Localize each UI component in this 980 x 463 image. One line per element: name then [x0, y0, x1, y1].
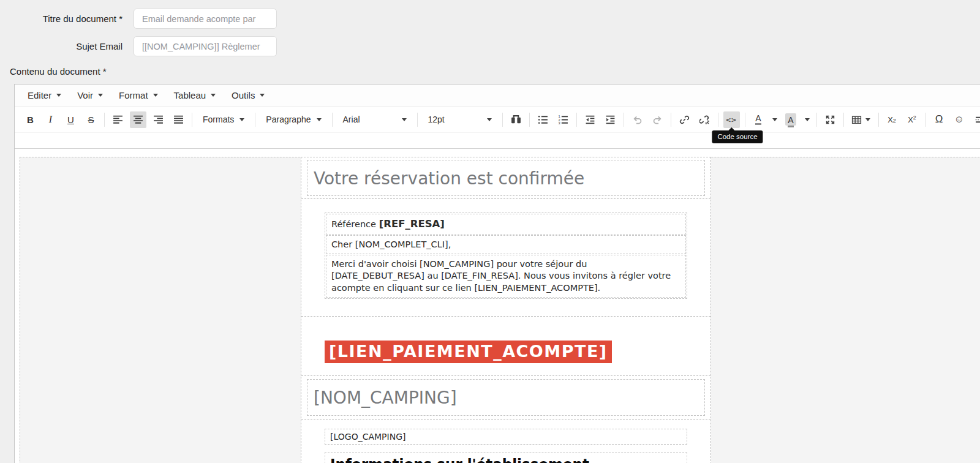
align-left-button[interactable]: [110, 111, 126, 128]
email-message-row: Référence [REF_RESA] Cher [NOM_COMPLET_C…: [301, 199, 710, 316]
payment-link-banner[interactable]: [LIEN_PAIEMENT_ACOMPTE]: [325, 341, 612, 364]
font-family-dropdown[interactable]: Arial: [337, 115, 412, 124]
menu-table[interactable]: Tableau: [166, 86, 224, 105]
establishment-info-heading[interactable]: Informations sur l'établissement: [325, 452, 687, 463]
source-code-button[interactable]: <> Code source: [723, 111, 740, 128]
bullet-list-button[interactable]: [535, 111, 551, 128]
toolbar-separator: [576, 113, 577, 127]
formats-dropdown[interactable]: Formats: [197, 115, 250, 124]
unlink-icon: [699, 115, 710, 125]
bold-button[interactable]: B: [22, 111, 39, 128]
menu-format[interactable]: Format: [111, 86, 166, 105]
editor-content-area[interactable]: Votre réservation est confirmée Référenc…: [15, 148, 980, 463]
search-replace-icon: [511, 115, 521, 125]
page-break-icon: [974, 115, 980, 125]
menu-edit[interactable]: Editer: [20, 86, 69, 105]
italic-icon: I: [49, 114, 52, 125]
text-color-caret-button[interactable]: [771, 111, 779, 128]
camping-name-heading[interactable]: [NOM_CAMPING]: [307, 379, 705, 415]
special-char-button[interactable]: Ω: [931, 111, 948, 128]
fullscreen-button[interactable]: [822, 111, 839, 128]
greeting-paragraph[interactable]: Cher [NOM_COMPLET_CLI],: [326, 235, 686, 254]
background-color-caret-button[interactable]: [803, 111, 812, 128]
background-color-icon: A: [788, 115, 793, 127]
align-center-icon: [133, 115, 143, 125]
toolbar-separator: [332, 113, 333, 127]
email-title-heading[interactable]: Votre réservation est confirmée: [307, 160, 705, 196]
toolbar-separator: [878, 113, 879, 127]
outdent-button[interactable]: [582, 111, 598, 128]
chevron-down-icon: [153, 94, 158, 99]
subject-field-row: Sujet Email: [0, 36, 277, 56]
toolbar-separator: [843, 113, 844, 127]
search-replace-button[interactable]: [508, 111, 524, 128]
chevron-down-icon: [239, 118, 244, 124]
omega-icon: Ω: [935, 113, 943, 126]
superscript-icon: X2: [908, 115, 916, 124]
title-input[interactable]: [134, 9, 277, 29]
emoticons-button[interactable]: ☺: [951, 111, 968, 128]
code-source-tooltip: Code source: [712, 130, 763, 143]
email-template-column[interactable]: Votre réservation est confirmée Référenc…: [301, 157, 711, 463]
page-break-button[interactable]: [971, 111, 980, 128]
background-color-button[interactable]: A: [783, 111, 799, 128]
text-color-button[interactable]: A: [750, 111, 767, 128]
menu-tools[interactable]: Outils: [224, 86, 273, 105]
align-left-icon: [113, 115, 123, 125]
insert-link-button[interactable]: [676, 111, 693, 128]
numbered-list-icon: 123: [558, 115, 568, 125]
align-right-button[interactable]: [150, 111, 167, 128]
payment-link-row: [LIEN_PAIEMENT_ACOMPTE]: [301, 317, 710, 377]
toolbar-row-1: B I U S Formats Paragraphe Arial 12pt 12…: [15, 107, 980, 133]
chevron-down-icon: [487, 118, 492, 124]
subscript-icon: X2: [888, 115, 896, 124]
chevron-down-icon: [805, 118, 810, 124]
camping-name-row: [NOM_CAMPING]: [301, 376, 710, 419]
toolbar-separator: [718, 113, 718, 127]
strikethrough-button[interactable]: S: [83, 111, 99, 128]
italic-button[interactable]: I: [42, 111, 59, 128]
superscript-button[interactable]: X2: [904, 111, 921, 128]
fullscreen-icon: [825, 115, 835, 125]
remove-link-button[interactable]: [696, 111, 713, 128]
outdent-icon: [585, 115, 595, 125]
justify-button[interactable]: [170, 111, 187, 128]
font-size-dropdown[interactable]: 12pt: [423, 115, 497, 124]
toolbar-separator: [104, 113, 105, 127]
logo-placeholder[interactable]: [LOGO_CAMPING]: [325, 429, 687, 445]
content-label: Contenu du document *: [10, 66, 107, 77]
chevron-down-icon: [56, 94, 61, 99]
toolbar-separator: [745, 113, 745, 127]
title-label: Titre du document *: [0, 13, 134, 24]
text-color-icon: A: [755, 114, 761, 125]
redo-icon: [652, 115, 663, 125]
establishment-row: [LOGO_CAMPING] Informations sur l'établi…: [301, 420, 710, 463]
menu-view[interactable]: Voir: [69, 86, 111, 105]
paragraph-style-dropdown[interactable]: Paragraphe: [260, 115, 326, 124]
link-icon: [679, 115, 690, 125]
underline-button[interactable]: U: [62, 111, 79, 128]
indent-button[interactable]: [602, 111, 619, 128]
table-button[interactable]: [849, 111, 873, 128]
reference-paragraph[interactable]: Référence [REF_RESA]: [326, 214, 686, 235]
subject-input[interactable]: [134, 36, 277, 56]
bullet-list-icon: [538, 115, 548, 125]
undo-icon: [632, 115, 643, 125]
subscript-button[interactable]: X2: [884, 111, 900, 128]
numbered-list-button[interactable]: 123: [555, 111, 571, 128]
body-paragraph[interactable]: Merci d'avoir choisi [NOM_CAMPING] pour …: [326, 255, 686, 297]
email-body-block[interactable]: Votre réservation est confirmée Référenc…: [20, 157, 980, 463]
redo-button[interactable]: [649, 111, 666, 128]
undo-button[interactable]: [629, 111, 646, 128]
editor-menubar: Editer Voir Format Tableau Outils: [15, 85, 980, 107]
toolbar-separator: [255, 113, 255, 127]
message-box[interactable]: Référence [REF_RESA] Cher [NOM_COMPLET_C…: [325, 213, 687, 298]
background-color-swatch: A: [785, 113, 796, 126]
source-code-icon: <>: [726, 115, 737, 124]
chevron-down-icon: [865, 118, 870, 124]
align-center-button[interactable]: [130, 111, 146, 128]
svg-text:3: 3: [558, 121, 560, 124]
align-right-icon: [153, 115, 164, 125]
chevron-down-icon: [260, 94, 265, 99]
smiley-icon: ☺: [954, 114, 964, 125]
